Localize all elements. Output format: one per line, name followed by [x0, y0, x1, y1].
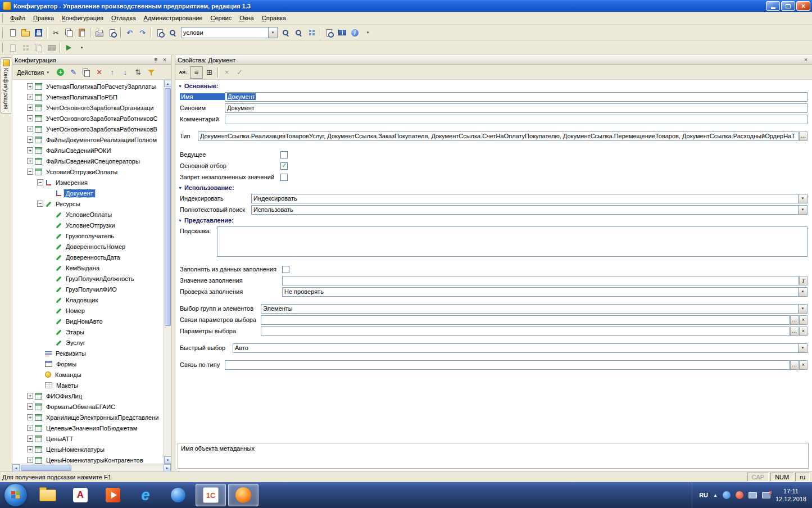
section-header-main[interactable]: ▼ Основные:: [175, 81, 812, 91]
choice-group-dropdown-icon[interactable]: ▼: [798, 305, 807, 313]
category-view-button[interactable]: ⊞: [203, 66, 216, 79]
menu-item-edit[interactable]: Правка: [29, 13, 58, 23]
tray-network-icon[interactable]: [749, 492, 757, 498]
leading-checkbox[interactable]: [280, 151, 288, 158]
tree-item[interactable]: −УсловияОтгрузкиОплаты: [17, 166, 164, 177]
move-up-button[interactable]: ↑: [106, 66, 119, 79]
collapse-icon[interactable]: −: [37, 201, 43, 207]
paste-button[interactable]: [75, 26, 88, 39]
expand-icon[interactable]: +: [27, 446, 33, 452]
toolbar2-overflow-button[interactable]: ▼: [75, 42, 88, 54]
tree-item[interactable]: ГрузПолучилФИО: [17, 284, 164, 294]
start-debugging-button[interactable]: [62, 42, 75, 54]
tree-item[interactable]: +ФорматыОбменаЕГАИС: [17, 401, 164, 412]
expand-icon[interactable]: +: [27, 436, 33, 442]
menu-item-administration[interactable]: Администрирование: [140, 13, 207, 23]
compare-configurations-button[interactable]: [32, 42, 45, 54]
configuration-panel-close-icon[interactable]: ×: [161, 56, 169, 64]
menu-item-file[interactable]: Файл: [6, 13, 29, 23]
scrollbar-thumb[interactable]: [21, 465, 71, 471]
media-player-taskbar-button[interactable]: [98, 484, 128, 506]
tree-item[interactable]: +УчетОсновногоЗаработкаРаботниковС: [17, 113, 164, 124]
tree-item[interactable]: +ЦеныНоменклатуры: [17, 444, 164, 455]
tray-chevron-up-icon[interactable]: ▲: [713, 493, 718, 498]
toolbar-grip[interactable]: [2, 43, 4, 53]
copy-button[interactable]: [62, 26, 75, 39]
messenger-taskbar-button[interactable]: [163, 484, 193, 506]
fill-value-input[interactable]: [282, 276, 799, 285]
discard-button[interactable]: ×: [220, 66, 233, 79]
expand-icon[interactable]: +: [27, 457, 33, 463]
tree-item[interactable]: ДоверенностьДата: [17, 252, 164, 262]
tree-item[interactable]: +УчетнаяПолитикаПоРасчетуЗарплаты: [17, 81, 164, 92]
explorer-taskbar-button[interactable]: [33, 484, 63, 506]
tray-app-icon[interactable]: [736, 491, 743, 499]
tree-item[interactable]: +УчетОсновногоЗаработкаРаботниковВ: [17, 124, 164, 134]
tray-app-icon[interactable]: [723, 491, 731, 499]
syntax-check-button[interactable]: [323, 26, 335, 39]
quick-choice-dropdown-icon[interactable]: ▼: [798, 344, 807, 352]
delete-item-button[interactable]: ✕: [93, 66, 106, 79]
edit-item-button[interactable]: ✎: [67, 66, 80, 79]
type-link-clear-icon[interactable]: ×: [799, 360, 808, 370]
print-button[interactable]: [93, 26, 106, 39]
fulltext-dropdown-icon[interactable]: ▼: [798, 206, 807, 214]
apply-button[interactable]: ✓: [233, 66, 246, 79]
tree-item[interactable]: КемВыдана: [17, 262, 164, 273]
expand-icon[interactable]: +: [27, 414, 33, 420]
choice-group-select[interactable]: Элементы▼: [261, 304, 808, 314]
tree-item[interactable]: +УчетнаяПолитикаПоРБП: [17, 92, 164, 102]
filter-button[interactable]: [144, 66, 157, 79]
menu-item-debug[interactable]: Отладка: [107, 13, 140, 23]
tray-clock[interactable]: 17:11 12.12.2018: [775, 487, 806, 504]
print-preview-button[interactable]: [106, 26, 119, 39]
expand-icon[interactable]: +: [27, 126, 33, 132]
tree-item[interactable]: +ФайлыДокументовРеализацииПолном: [17, 134, 164, 145]
indexing-dropdown-icon[interactable]: ▼: [798, 194, 807, 203]
expand-icon[interactable]: +: [27, 403, 33, 410]
menu-item-help[interactable]: Справка: [258, 13, 290, 23]
info-button[interactable]: i: [348, 26, 361, 39]
type-choose-button[interactable]: …: [799, 131, 808, 141]
comment-input[interactable]: [225, 115, 808, 124]
synonym-input[interactable]: [225, 103, 808, 113]
choice-params-clear-icon[interactable]: ×: [799, 326, 808, 336]
tree-vertical-scrollbar[interactable]: ▲ ▼: [164, 80, 171, 464]
save-button[interactable]: [32, 26, 45, 39]
new-document-button[interactable]: [6, 26, 19, 39]
tree-item[interactable]: Формы: [17, 359, 164, 369]
indexing-select[interactable]: Индексировать▼: [251, 194, 808, 203]
expand-icon[interactable]: +: [27, 105, 33, 111]
keyboard-language-indicator[interactable]: ru: [795, 473, 810, 482]
tooltip-textarea[interactable]: [217, 226, 808, 257]
tree-item[interactable]: Кладовщик: [17, 294, 164, 305]
expand-icon[interactable]: +: [27, 147, 33, 153]
scroll-right-icon[interactable]: ►: [164, 464, 171, 471]
window-tile-button[interactable]: [305, 26, 318, 39]
type-link-input[interactable]: [225, 360, 790, 370]
tree-horizontal-scrollbar[interactable]: ◄ ►: [12, 464, 171, 471]
close-button[interactable]: ×: [796, 1, 810, 11]
tree-item[interactable]: ГрузПолучилДолжность: [17, 273, 164, 284]
tray-network-error-icon[interactable]: [762, 492, 770, 498]
find-previous-button[interactable]: [292, 26, 305, 39]
expand-icon[interactable]: +: [27, 137, 33, 143]
tree-item[interactable]: ДоверенностьНомер: [17, 241, 164, 252]
one-c-taskbar-button[interactable]: 1С: [196, 484, 226, 506]
actions-button[interactable]: Действия ▼: [14, 68, 52, 77]
internet-explorer-taskbar-button[interactable]: e: [130, 484, 161, 506]
tree-item[interactable]: +ФайлыСведенийСпецоператоры: [17, 156, 164, 166]
choice-links-clear-icon[interactable]: ×: [799, 315, 808, 325]
expand-icon[interactable]: +: [27, 94, 33, 100]
menu-item-configuration[interactable]: Конфигурация: [58, 13, 107, 23]
collapse-icon[interactable]: −: [37, 179, 43, 185]
tree-item[interactable]: +ХранилищеЭлектронныхПредставлени: [17, 412, 164, 423]
deny-empty-checkbox[interactable]: [280, 174, 288, 181]
choice-params-input[interactable]: [261, 326, 790, 336]
expand-icon[interactable]: +: [27, 158, 33, 164]
scroll-up-icon[interactable]: ▲: [164, 80, 171, 87]
expand-icon[interactable]: +: [27, 425, 33, 431]
choice-params-choose-button[interactable]: …: [790, 326, 799, 336]
tree-item[interactable]: +ЦелевыеЗначенияПоБюджетам: [17, 423, 164, 433]
quick-choice-select[interactable]: Авто▼: [233, 343, 808, 353]
